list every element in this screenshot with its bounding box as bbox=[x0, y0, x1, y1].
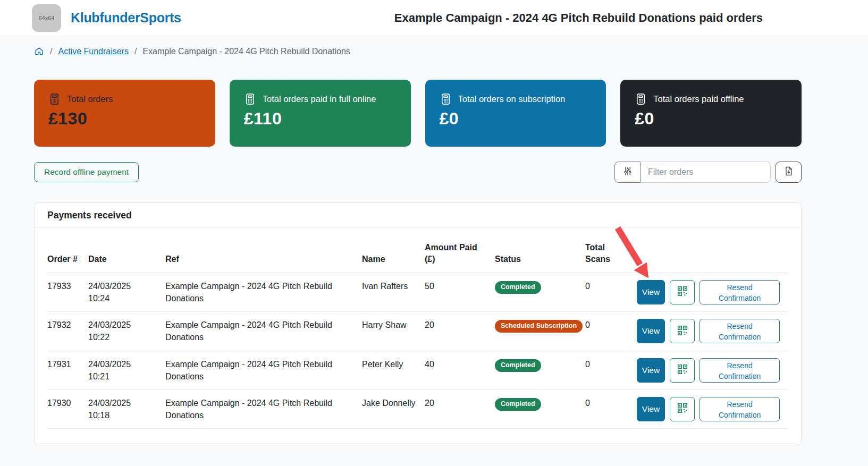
calculator-icon bbox=[48, 93, 61, 105]
breadcrumb: / Active Fundraisers / Example Campaign … bbox=[34, 46, 868, 56]
calculator-icon bbox=[635, 93, 647, 105]
toolbar: Record offline payment bbox=[34, 162, 802, 183]
view-button[interactable]: View bbox=[637, 358, 665, 383]
order-number: 17931 bbox=[47, 351, 88, 389]
column-header-ref: Ref bbox=[165, 228, 362, 273]
stat-card-value: £130 bbox=[48, 109, 201, 129]
order-date-value: 24/03/2025 bbox=[88, 280, 157, 292]
stat-card-value: £0 bbox=[635, 109, 787, 129]
stat-card-label: Total orders on subscription bbox=[458, 94, 566, 104]
column-header-status: Status bbox=[495, 228, 585, 273]
table-row: 17930 24/03/2025 10:18 Example Campaign … bbox=[47, 389, 788, 428]
qr-code-icon bbox=[677, 363, 688, 377]
logo-placeholder-text: 64x64 bbox=[39, 15, 55, 21]
order-amount: 20 bbox=[425, 312, 495, 351]
order-total-scans: 0 bbox=[585, 351, 637, 389]
column-header-order: Order # bbox=[47, 228, 88, 273]
order-actions: View bbox=[637, 351, 788, 389]
order-date-value: 24/03/2025 bbox=[88, 358, 157, 370]
top-header: 64x64 KlubfunderSports Example Campaign … bbox=[0, 0, 868, 36]
order-date: 24/03/2025 10:21 bbox=[88, 351, 165, 389]
record-offline-payment-button[interactable]: Record offline payment bbox=[34, 162, 139, 182]
order-total-scans: 0 bbox=[585, 389, 637, 428]
stat-card-paid-offline: Total orders paid offline £0 bbox=[620, 80, 802, 147]
page-title: Example Campaign - 2024 4G Pitch Rebuild… bbox=[394, 11, 763, 25]
breadcrumb-link-active-fundraisers[interactable]: Active Fundraisers bbox=[58, 47, 129, 56]
table-row: 17932 24/03/2025 10:22 Example Campaign … bbox=[47, 312, 788, 351]
column-header-date: Date bbox=[88, 228, 165, 273]
resend-confirmation-button[interactable]: Resend Confirmation bbox=[700, 358, 780, 383]
qr-code-icon bbox=[677, 285, 688, 299]
resend-confirmation-button[interactable]: Resend Confirmation bbox=[700, 319, 780, 343]
column-header-name: Name bbox=[362, 228, 425, 273]
logo-placeholder-image: 64x64 bbox=[32, 4, 61, 32]
order-date: 24/03/2025 10:18 bbox=[88, 389, 165, 428]
export-download-button[interactable] bbox=[776, 162, 802, 183]
view-button[interactable]: View bbox=[637, 319, 665, 343]
order-status: Completed bbox=[495, 273, 585, 311]
order-date: 24/03/2025 10:24 bbox=[88, 273, 165, 311]
order-amount: 20 bbox=[425, 389, 495, 428]
order-status: Scheduled Subscription bbox=[495, 312, 585, 351]
column-header-amount: Amount Paid (£) bbox=[425, 228, 495, 273]
qr-code-button[interactable] bbox=[670, 358, 695, 383]
filter-orders-input[interactable] bbox=[641, 162, 771, 183]
order-ref: Example Campaign - 2024 4G Pitch Rebuild… bbox=[165, 312, 362, 351]
file-download-icon bbox=[783, 166, 794, 179]
breadcrumb-current: Example Campaign - 2024 4G Pitch Rebuild… bbox=[142, 47, 350, 56]
stat-cards-row: Total orders £130 Total orders paid in f… bbox=[34, 80, 802, 147]
stat-card-total-orders: Total orders £130 bbox=[34, 80, 215, 147]
order-number: 17933 bbox=[47, 273, 88, 311]
status-badge: Scheduled Subscription bbox=[495, 320, 583, 333]
order-name: Harry Shaw bbox=[362, 312, 425, 351]
qr-code-button[interactable] bbox=[670, 397, 695, 421]
order-actions: View bbox=[637, 273, 788, 311]
order-ref: Example Campaign - 2024 4G Pitch Rebuild… bbox=[165, 389, 362, 428]
resend-confirmation-button[interactable]: Resend Confirmation bbox=[700, 397, 780, 421]
filter-orders-group bbox=[614, 162, 771, 183]
table-row: 17931 24/03/2025 10:21 Example Campaign … bbox=[47, 351, 788, 389]
view-button[interactable]: View bbox=[637, 280, 665, 304]
home-icon[interactable] bbox=[34, 46, 44, 56]
order-name: Ivan Rafters bbox=[362, 273, 425, 311]
calculator-icon bbox=[244, 93, 256, 105]
filter-button[interactable] bbox=[614, 162, 641, 183]
order-ref: Example Campaign - 2024 4G Pitch Rebuild… bbox=[165, 351, 362, 389]
order-actions: View bbox=[637, 389, 788, 428]
stat-card-paid-in-full-online: Total orders paid in full online £110 bbox=[230, 80, 411, 147]
sliders-icon bbox=[622, 166, 633, 179]
view-button[interactable]: View bbox=[637, 397, 665, 421]
qr-code-button[interactable] bbox=[670, 319, 695, 343]
column-header-scans: Total Scans bbox=[585, 228, 637, 273]
order-number: 17930 bbox=[47, 389, 88, 428]
order-total-scans: 0 bbox=[585, 312, 637, 351]
order-name: Peter Kelly bbox=[362, 351, 425, 389]
table-header-row: Order # Date Ref Name Amount Paid (£) St… bbox=[47, 228, 788, 273]
order-amount: 40 bbox=[425, 351, 495, 389]
order-status: Completed bbox=[495, 351, 585, 389]
brand-name[interactable]: KlubfunderSports bbox=[71, 10, 181, 26]
column-header-actions bbox=[637, 228, 788, 273]
status-badge: Completed bbox=[495, 281, 541, 294]
order-amount: 50 bbox=[425, 273, 495, 311]
status-badge: Completed bbox=[495, 398, 541, 411]
order-time-value: 10:21 bbox=[88, 370, 157, 383]
order-total-scans: 0 bbox=[585, 273, 637, 311]
order-date-value: 24/03/2025 bbox=[88, 319, 157, 331]
stat-card-value: £0 bbox=[440, 109, 592, 129]
order-name: Jake Donnelly bbox=[362, 389, 425, 428]
order-time-value: 10:18 bbox=[88, 409, 157, 421]
qr-code-button[interactable] bbox=[670, 280, 695, 304]
stat-card-value: £110 bbox=[244, 109, 397, 129]
order-ref: Example Campaign - 2024 4G Pitch Rebuild… bbox=[165, 273, 362, 311]
order-status: Completed bbox=[495, 389, 585, 428]
stat-card-label: Total orders paid in full online bbox=[263, 94, 376, 104]
breadcrumb-separator: / bbox=[50, 47, 52, 56]
payments-card-title: Payments received bbox=[35, 203, 801, 228]
order-time-value: 10:24 bbox=[88, 292, 157, 304]
qr-code-icon bbox=[677, 325, 688, 338]
payments-received-card: Payments received Order # Date Ref Name … bbox=[34, 202, 802, 445]
resend-confirmation-button[interactable]: Resend Confirmation bbox=[700, 280, 780, 304]
order-date-value: 24/03/2025 bbox=[88, 397, 157, 409]
order-number: 17932 bbox=[47, 312, 88, 351]
